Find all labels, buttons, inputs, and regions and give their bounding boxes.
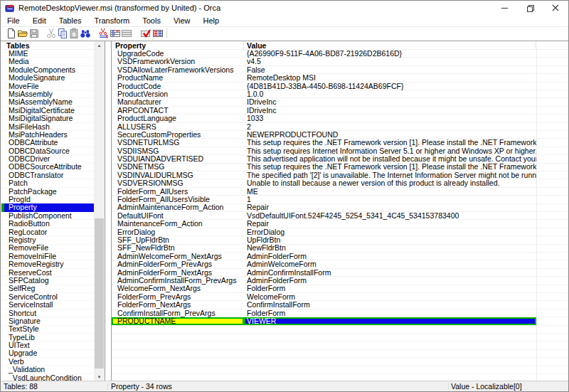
table-item-msiassembly[interactable]: MsiAssembly [1, 90, 94, 98]
property-row-adminwelcomeform_nextargs[interactable]: AdminWelcomeForm_NextArgsAdminFolderForm [112, 253, 568, 260]
menu-transform[interactable]: Transform [88, 16, 137, 26]
property-row-allusers[interactable]: ALLUSERS2 [112, 123, 568, 131]
table-item-msidigitalsignature[interactable]: MsiDigitalSignature [1, 115, 94, 122]
column-header-value[interactable]: Value [244, 41, 536, 49]
find-icon[interactable] [80, 28, 91, 39]
property-row-vsdiismsg[interactable]: VSDIISMSGThis setup requires Internet In… [112, 147, 568, 155]
table-item-msidigitalcertificate[interactable]: MsiDigitalCertificate [1, 107, 94, 115]
scroll-up-icon[interactable]: ▲ [94, 41, 105, 51]
table-item-odbctranslator[interactable]: ODBCTranslator [1, 171, 94, 179]
property-row-folderform_allusers[interactable]: FolderForm_AllUsersME [112, 188, 568, 196]
table-item-odbcdatasource[interactable]: ODBCDataSource [1, 147, 94, 155]
table-item-registry[interactable]: Registry [1, 236, 94, 244]
table-item-msiassemblyname[interactable]: MsiAssemblyName [1, 98, 94, 106]
property-row-vsdframeworkversion[interactable]: VSDFrameworkVersionv4.5 [112, 58, 568, 65]
property-row-adminfolderform_prevargs[interactable]: AdminFolderForm_PrevArgsAdminWelcomeForm [112, 260, 568, 268]
table-item-upgrade[interactable]: Upgrade [1, 349, 94, 357]
table-item-selfreg[interactable]: SelfReg [1, 285, 94, 292]
property-row-adminmaintenanceform_action[interactable]: AdminMaintenanceForm_ActionRepair [112, 203, 568, 211]
table-item-shortcut[interactable]: Shortcut [1, 309, 94, 317]
property-row-folderform_allusersvisible[interactable]: FolderForm_AllUsersVisible1 [112, 196, 568, 203]
property-row-errordialog[interactable]: ErrorDialogErrorDialog [112, 228, 568, 236]
table-item-msifilehash[interactable]: MsiFileHash [1, 123, 94, 131]
menu-edit[interactable]: Edit [26, 16, 53, 26]
table-item-odbcattribute[interactable]: ODBCAttribute [1, 139, 94, 147]
tables-scrollbar[interactable]: ▲ ▼ [94, 41, 105, 382]
copy-icon[interactable] [57, 28, 68, 39]
title-bar: RemoteDesktopViewer.msi (transformed by … [1, 1, 568, 15]
scrollbar-thumb[interactable] [95, 218, 104, 369]
close-button[interactable] [543, 1, 568, 15]
property-row-vsdallowlaterframeworkversions[interactable]: VSDAllowLaterFrameworkVersionsFalse [112, 66, 568, 74]
table-item-typelib[interactable]: TypeLib [1, 334, 94, 341]
table-item-removeregistry[interactable]: RemoveRegistry [1, 260, 94, 268]
property-row-vsdnetmsg[interactable]: VSDNETMSGThis setup requires the .NET Fr… [112, 163, 568, 171]
property-row-manufacturer[interactable]: ManufacturerIDriveInc [112, 98, 568, 106]
property-row-vsduiandadvertised[interactable]: VSDUIANDADVERTISEDThis advertised applic… [112, 155, 568, 163]
property-row-sff_newfldrbtn[interactable]: SFF_NewFldrBtnNewFldrBtn [112, 244, 568, 252]
table-item-radiobutton[interactable]: RadioButton [1, 220, 94, 228]
property-row-securecustomproperties[interactable]: SecureCustomPropertiesNEWERPRODUCTFOUND [112, 131, 568, 139]
cut-rows-icon[interactable] [98, 28, 110, 39]
property-row-productname[interactable]: ProductNameRemoteDesktop MSI [112, 74, 568, 82]
minimize-button[interactable] [491, 1, 517, 15]
table-item-reglocator[interactable]: RegLocator [1, 228, 94, 236]
table-item-verb[interactable]: Verb [1, 358, 94, 366]
column-header-property[interactable]: Property [112, 41, 244, 49]
table-item-patchpackage[interactable]: PatchPackage [1, 188, 94, 196]
table-item-modulesignature[interactable]: ModuleSignature [1, 74, 94, 82]
menu-tables[interactable]: Tables [53, 16, 88, 26]
property-row-upgradecode[interactable]: UpgradeCode{A26990F9-511F-4A06-BD87-2192… [112, 50, 568, 58]
table-item-odbcdriver[interactable]: ODBCDriver [1, 155, 94, 163]
table-item-odbcsourceattribute[interactable]: ODBCSourceAttribute [1, 163, 94, 171]
transform-icon[interactable] [152, 28, 164, 39]
table-item-serviceinstall[interactable]: ServiceInstall [1, 301, 94, 309]
tables-column-header[interactable]: Tables [1, 41, 105, 50]
table-item-property[interactable]: Property [1, 203, 94, 211]
property-row-arpcontact[interactable]: ARPCONTACTIDriveInc [112, 107, 568, 115]
property-row-folderform_nextargs[interactable]: FolderForm_NextArgsConfirmInstallForm [112, 301, 568, 309]
property-row-productlanguage[interactable]: ProductLanguage1033 [112, 115, 568, 122]
property-row-adminfolderform_nextargs[interactable]: AdminFolderForm_NextArgsAdminConfirmInst… [112, 269, 568, 277]
table-item-_validation[interactable]: _Validation [1, 366, 94, 374]
menu-help[interactable]: Help [197, 16, 226, 26]
table-item-patch[interactable]: Patch [1, 179, 94, 187]
property-row-productcode[interactable]: ProductCode{4D81B41D-33BA-4450-B698-1142… [112, 83, 568, 90]
property-row-folderform_prevargs[interactable]: FolderForm_PrevArgsWelcomeForm [112, 293, 568, 301]
property-row-vsdneturlmsg[interactable]: VSDNETURLMSGThis setup requires the .NET… [112, 139, 568, 147]
property-row-confirminstallform_prevargs[interactable]: ConfirmInstallForm_PrevArgsFolderForm [112, 309, 568, 317]
property-row-sff_upfldrbtn[interactable]: SFF_UpFldrBtnUpFldrBtn [112, 236, 568, 244]
table-item-uitext[interactable]: UIText [1, 341, 94, 349]
property-row-productversion[interactable]: ProductVersion1.0.0 [112, 90, 568, 98]
property-row-productname[interactable]: PRODUCTNAMEVIEWER [112, 317, 568, 325]
table-item-media[interactable]: Media [1, 58, 94, 65]
table-item-publishcomponent[interactable]: PublishComponent [1, 212, 94, 220]
restore-button[interactable] [517, 1, 543, 15]
validate-icon[interactable] [140, 28, 151, 39]
table-item-mime[interactable]: MIME [1, 50, 94, 58]
property-row-adminconfirminstallform_prevargs[interactable]: AdminConfirmInstallForm_PrevArgsAdminFol… [112, 277, 568, 285]
table-item-removefile[interactable]: RemoveFile [1, 244, 94, 252]
table-item-removeinifile[interactable]: RemoveIniFile [1, 253, 94, 260]
table-item-textstyle[interactable]: TextStyle [1, 325, 94, 333]
menu-view[interactable]: View [167, 16, 197, 26]
new-file-icon[interactable] [6, 28, 17, 39]
property-row-welcomeform_nextargs[interactable]: WelcomeForm_NextArgsFolderForm [112, 285, 568, 292]
menu-tools[interactable]: Tools [136, 16, 167, 26]
table-item-sfpcatalog[interactable]: SFPCatalog [1, 277, 94, 285]
property-row-maintenanceform_action[interactable]: MaintenanceForm_ActionRepair [112, 220, 568, 228]
property-row-vsdinvalidurlmsg[interactable]: VSDINVALIDURLMSGThe specified path '[2]'… [112, 171, 568, 179]
table-item-progid[interactable]: ProgId [1, 196, 94, 203]
property-row-defaultuifont[interactable]: DefaultUIFontVsdDefaultUIFont.524F4245_5… [112, 212, 568, 220]
table-item-servicecontrol[interactable]: ServiceControl [1, 293, 94, 301]
table-item-msipatchheaders[interactable]: MsiPatchHeaders [1, 131, 94, 139]
table-item-signature[interactable]: Signature [1, 317, 94, 325]
table-item-modulecomponents[interactable]: ModuleComponents [1, 66, 94, 74]
menu-file[interactable]: File [1, 16, 26, 26]
app-icon [5, 3, 15, 13]
table-item-reservecost[interactable]: ReserveCost [1, 269, 94, 277]
open-file-icon[interactable] [17, 28, 28, 39]
copy-rows-icon[interactable] [110, 28, 121, 39]
property-row-vsdversionmsg[interactable]: VSDVERSIONMSGUnable to install because a… [112, 179, 568, 187]
table-item-movefile[interactable]: MoveFile [1, 83, 94, 90]
